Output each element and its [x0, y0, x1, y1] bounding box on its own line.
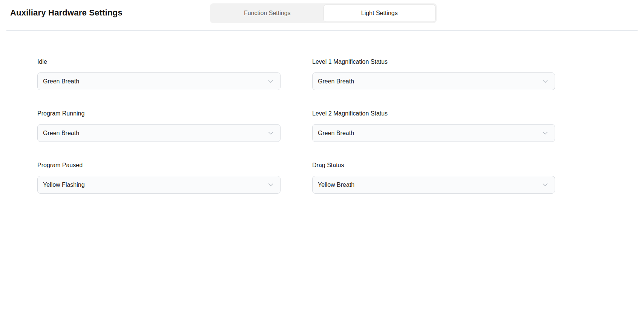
field-program-running: Program Running Green Breath: [37, 109, 281, 142]
tab-function-settings[interactable]: Function Settings: [211, 5, 324, 22]
program-paused-select-value: Yellow Flashing: [43, 182, 85, 188]
level2-magnification-status-select-value: Green Breath: [318, 130, 354, 137]
tab-light-settings[interactable]: Light Settings: [324, 5, 436, 22]
chevron-down-icon: [541, 129, 549, 137]
level2-magnification-status-label: Level 2 Magnification Status: [312, 109, 555, 118]
settings-tab-group: Function Settings Light Settings: [210, 3, 437, 23]
idle-label: Idle: [37, 58, 281, 66]
chevron-down-icon: [267, 181, 274, 189]
level1-magnification-status-select-value: Green Breath: [318, 78, 354, 85]
chevron-down-icon: [267, 78, 274, 85]
program-running-label: Program Running: [37, 109, 281, 118]
program-running-select-value: Green Breath: [43, 130, 79, 137]
field-level1-magnification-status: Level 1 Magnification Status Green Breat…: [312, 58, 555, 90]
program-running-select[interactable]: Green Breath: [37, 124, 281, 142]
field-level2-magnification-status: Level 2 Magnification Status Green Breat…: [312, 109, 555, 142]
chevron-down-icon: [267, 129, 274, 137]
level1-magnification-status-select[interactable]: Green Breath: [312, 72, 555, 90]
chevron-down-icon: [541, 78, 549, 85]
header-divider: [6, 30, 638, 31]
tab-function-settings-label: Function Settings: [244, 10, 291, 17]
level1-magnification-status-label: Level 1 Magnification Status: [312, 58, 555, 66]
drag-status-label: Drag Status: [312, 161, 555, 169]
light-settings-form: Idle Green Breath Level 1 Magnification …: [0, 31, 644, 194]
idle-select[interactable]: Green Breath: [37, 72, 281, 90]
field-drag-status: Drag Status Yellow Breath: [312, 161, 555, 194]
page-title: Auxiliary Hardware Settings: [10, 8, 123, 18]
drag-status-select-value: Yellow Breath: [318, 182, 354, 188]
level2-magnification-status-select[interactable]: Green Breath: [312, 124, 555, 142]
field-idle: Idle Green Breath: [37, 58, 281, 90]
idle-select-value: Green Breath: [43, 78, 79, 85]
tab-light-settings-label: Light Settings: [361, 10, 398, 17]
program-paused-select[interactable]: Yellow Flashing: [37, 176, 281, 194]
field-program-paused: Program Paused Yellow Flashing: [37, 161, 281, 194]
program-paused-label: Program Paused: [37, 161, 281, 169]
drag-status-select[interactable]: Yellow Breath: [312, 176, 555, 194]
chevron-down-icon: [541, 181, 549, 189]
page-header: Auxiliary Hardware Settings Function Set…: [0, 0, 644, 31]
